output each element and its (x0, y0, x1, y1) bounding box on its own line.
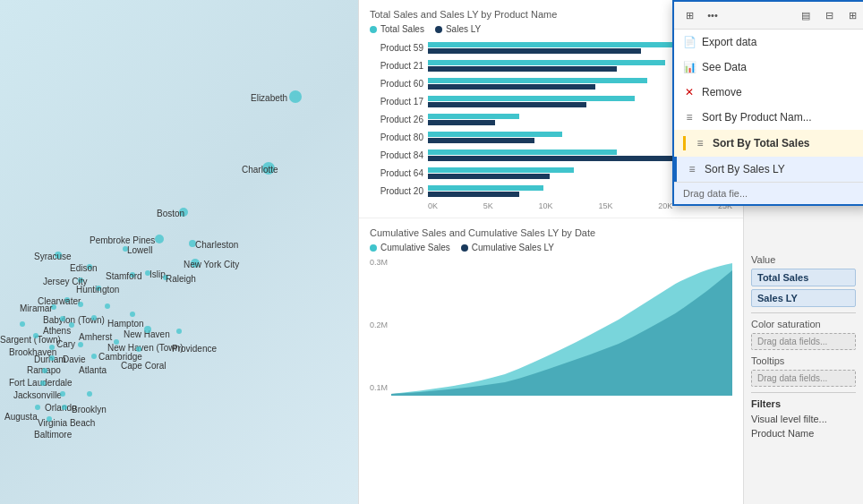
bar-sales-ly (428, 84, 595, 90)
table-icon-btn[interactable]: ⊞ (679, 5, 699, 25)
bar-total-sales (428, 114, 519, 119)
grid-icon-btn[interactable]: ⊞ (842, 5, 862, 25)
menu-item-see-data[interactable]: 📊 See Data (674, 55, 863, 80)
bar-total-sales (428, 78, 647, 83)
legend-dot-sales-ly (435, 26, 442, 33)
map-label: Stamford (106, 271, 142, 281)
map-dot (69, 322, 74, 328)
map-label: Edison (70, 263, 98, 273)
map-dot (114, 339, 119, 345)
see-data-icon: 📊 (683, 61, 696, 73)
map-dot (40, 380, 46, 386)
area-chart-legend: Cumulative Sales Cumulative Sales LY (370, 243, 732, 252)
filters-section-header: Filters (751, 398, 856, 409)
map-label: Providence (172, 344, 217, 354)
area-chart-title: Cumulative Sales and Cumulative Sales LY… (370, 227, 732, 238)
filter-icon-btn[interactable]: ⊟ (819, 5, 839, 25)
map-label: Atlanta (79, 365, 107, 375)
map-label: Sargent (Town) (0, 335, 61, 345)
drag-fields-hint: Drag data fie... (674, 182, 863, 204)
bar-total-sales (428, 185, 543, 191)
map-panel: ElizabethCharlotteBostonPembroke PinesCh… (0, 0, 358, 504)
map-label: Raleigh (166, 274, 196, 284)
drag-fields-hint-label: Drag data fie... (683, 188, 748, 199)
bar-sales-ly (428, 174, 550, 179)
tooltips-label: Tooltips (751, 355, 856, 366)
map-dot (136, 346, 141, 352)
bar-total-sales (428, 96, 635, 101)
legend-dot-total-sales (370, 26, 377, 33)
map-label: Syracuse (34, 252, 72, 261)
map-dot (155, 235, 164, 243)
map-label: Pembroke Pines (90, 235, 155, 245)
bar-product-label: Product 26 (370, 115, 428, 124)
sort-product-icon: ≡ (683, 111, 696, 124)
map-dot (33, 333, 38, 338)
area-chart-canvas (391, 261, 732, 405)
map-dot (91, 315, 97, 320)
map-label: Amherst (79, 332, 112, 342)
map-label: Davie (63, 355, 86, 364)
active-indicator (683, 136, 686, 150)
map-dot (78, 342, 83, 347)
legend-dot-cum-sales-ly (461, 244, 468, 252)
context-menu-header: ⊞ ••• ▤ ⊟ ⊞ (674, 2, 863, 30)
menu-item-remove[interactable]: ✕ Remove (674, 80, 863, 105)
legend-item-sales-ly: Sales LY (435, 24, 481, 34)
sales-ly-field[interactable]: Sales LY (751, 289, 856, 307)
legend-label-cum-sales: Cumulative Sales (380, 243, 450, 252)
bar-total-sales (428, 167, 574, 173)
y-axis-03m: 0.3M (370, 258, 388, 267)
x-axis-label: 10K (539, 201, 553, 210)
bar-total-sales (428, 42, 687, 47)
map-dot (289, 90, 302, 103)
bar-sales-ly (428, 102, 586, 107)
total-sales-field[interactable]: Total Sales (751, 269, 856, 286)
map-label: Jacksonville (13, 390, 62, 400)
bar-total-sales (428, 149, 617, 155)
map-label: Charleston (195, 240, 238, 250)
menu-item-export-data[interactable]: 📄 Export data (674, 30, 863, 55)
area-chart-svg (391, 261, 732, 396)
bar-product-label: Product 80 (370, 132, 428, 142)
legend-label-cum-sales-ly: Cumulative Sales LY (472, 243, 554, 252)
legend-item-cum-sales-ly: Cumulative Sales LY (461, 243, 554, 252)
map-dot (176, 329, 182, 334)
bar-icon-btn[interactable]: ▤ (796, 5, 816, 25)
remove-label: Remove (702, 86, 742, 98)
map-label: Charlotte (242, 165, 278, 175)
bar-sales-ly (428, 192, 519, 197)
map-dot (105, 303, 110, 309)
map-dot (62, 405, 67, 410)
more-icon-btn[interactable]: ••• (703, 5, 722, 25)
map-label: New York City (184, 260, 239, 269)
map-label: Lowell (127, 245, 152, 255)
bar-sales-ly (428, 138, 534, 143)
map-label: Baltimore (34, 430, 72, 440)
bar-sales-ly (428, 66, 617, 72)
bar-product-label: Product 17 (370, 97, 428, 107)
x-axis-label: 15K (598, 201, 612, 210)
drag-tooltips-placeholder[interactable]: Drag data fields... (751, 370, 856, 387)
product-name-filter[interactable]: Product Name (751, 426, 856, 440)
map-label: Miramar (20, 303, 53, 313)
bar-total-sales (428, 132, 562, 137)
map-dot (49, 355, 55, 361)
map-dot (60, 391, 65, 397)
bar-product-label: Product 20 (370, 186, 428, 196)
area-chart-section: Cumulative Sales and Cumulative Sales LY… (359, 218, 743, 504)
menu-item-sort-sales-ly[interactable]: ≡ Sort By Sales LY (674, 157, 863, 182)
menu-item-sort-product-name[interactable]: ≡ Sort By Product Nam... (674, 105, 863, 130)
filters-divider (751, 392, 856, 393)
map-label: Huntington (76, 285, 119, 295)
drag-color-placeholder[interactable]: Drag data fields... (751, 333, 856, 350)
map-dot (130, 312, 135, 317)
menu-item-sort-total-sales[interactable]: ≡ Sort By Total Sales (674, 130, 863, 157)
bar-sales-ly (428, 156, 696, 161)
map-label: Cary (56, 339, 75, 349)
map-label: Brooklyn (72, 405, 107, 414)
fields-divider (751, 312, 856, 313)
map-dot (47, 416, 52, 422)
sort-total-icon: ≡ (694, 137, 706, 149)
map-dot (91, 354, 97, 359)
